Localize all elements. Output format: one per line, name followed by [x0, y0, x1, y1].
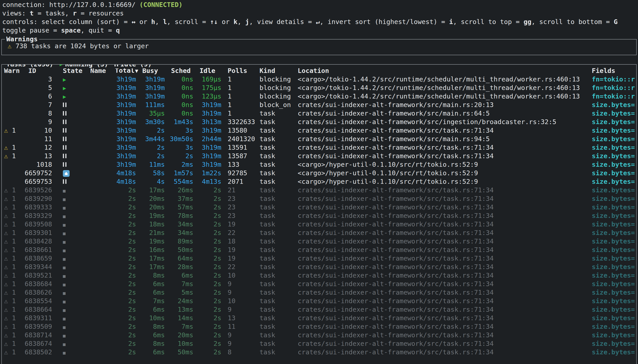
warn-cell: ⚠ 1	[2, 228, 24, 237]
task-row[interactable]: ⚠ 1123h19m2s3s3h19m13591taskcrates/sui-i…	[2, 143, 636, 152]
kind-cell: task	[257, 288, 295, 297]
fields-cell: size.bytes=	[589, 297, 636, 305]
busy-cell: 8ms	[140, 271, 168, 280]
total-cell: 3h19m	[112, 160, 140, 169]
column-header-location[interactable]: Location	[295, 66, 589, 75]
warning-icon: ⚠	[8, 42, 12, 50]
sched-cell: 0ns	[168, 84, 197, 92]
task-row[interactable]: ⚠ 16839333■2s20ms57ms2s23taskcrates/sui-…	[2, 203, 636, 212]
connection-status: (CONNECTED)	[140, 1, 182, 8]
warning-icon: ⚠	[4, 220, 8, 228]
task-row[interactable]: ⚠ 16838554■2s7ms24ms2s10taskcrates/sui-i…	[2, 297, 636, 305]
polls-cell: 23	[225, 203, 257, 212]
state-completed-icon: ■	[63, 256, 66, 262]
fields-cell: size.bytes=	[589, 314, 636, 322]
state-cell: ■	[56, 194, 88, 203]
task-row[interactable]: ⚠ 16838674■2s8ms10ms2s9taskcrates/sui-in…	[2, 339, 636, 348]
task-row[interactable]: ⚠ 16839290■2s20ms37ms2s23taskcrates/sui-…	[2, 194, 636, 203]
warn-cell: ⚠ 1	[2, 305, 24, 314]
column-header-sched[interactable]: Sched	[168, 66, 197, 75]
column-header-polls[interactable]: Polls	[225, 66, 257, 75]
column-header-fields[interactable]: Fields	[589, 66, 636, 75]
idle-cell: 2s	[197, 237, 225, 246]
polls-cell: 9	[225, 288, 257, 297]
task-row[interactable]: ⚠ 16839526■2s17ms26ms2s21taskcrates/sui-…	[2, 186, 636, 194]
id-cell: 3	[24, 75, 56, 84]
task-row[interactable]: ⚠ 16839508■2s18ms34ms2s19taskcrates/sui-…	[2, 220, 636, 228]
idle-cell: 2s	[197, 348, 225, 356]
state-completed-icon: ■	[63, 290, 66, 296]
warn-cell: ⚠ 1	[2, 280, 24, 288]
polls-cell: 19	[225, 254, 257, 262]
state-cell: ■	[56, 288, 88, 297]
kind-cell: task	[257, 135, 295, 143]
sched-cell: 89ms	[168, 237, 197, 246]
task-row[interactable]: ⚠ 1103h19m2s3s3h19m13580taskcrates/sui-i…	[2, 126, 636, 135]
fields-cell: size.bytes=	[589, 203, 636, 212]
task-row[interactable]: ⚠ 16839509■2s8ms7ms2s11taskcrates/sui-in…	[2, 322, 636, 331]
column-header-kind[interactable]: Kind	[257, 66, 295, 75]
task-row[interactable]: ⚠ 16838661■2s16ms50ms2s19taskcrates/sui-…	[2, 246, 636, 254]
task-row[interactable]: ⚠ 16839521■2s8ms6ms2s10taskcrates/sui-in…	[2, 271, 636, 280]
task-row[interactable]: ⚠ 16839344■2s17ms28ms2s22taskcrates/sui-…	[2, 262, 636, 271]
total-cell: 3h19m	[112, 126, 140, 135]
task-row[interactable]: 93h19m3m30s1m43s3h13m3322633taskcrates/s…	[2, 118, 636, 126]
task-row[interactable]: ⚠ 16838684■2s6ms7ms2s9taskcrates/sui-ind…	[2, 280, 636, 288]
warn-count: 1	[8, 280, 16, 288]
busy-cell: 2s	[140, 152, 168, 160]
total-cell: 2s	[112, 331, 140, 339]
state-cell: ▶	[56, 75, 88, 84]
task-row[interactable]: 66597534m18s4s554ms4m13s2071task<cargo>/…	[2, 177, 636, 186]
fields-cell: size.bytes=	[589, 331, 636, 339]
key-hint: i	[449, 18, 453, 26]
busy-cell: 35µs	[140, 109, 168, 118]
task-row[interactable]: ⚠ 16839311■2s10ms14ms2s13taskcrates/sui-…	[2, 314, 636, 322]
tasks-panel-title: Tasks (2056)	[5, 64, 55, 68]
task-row[interactable]: ⚠ 16838428■2s19ms89ms2s18taskcrates/sui-…	[2, 237, 636, 246]
polls-cell: 23	[225, 194, 257, 203]
state-cell	[56, 152, 88, 160]
location-cell: crates/sui-indexer-alt-framework/src/mai…	[295, 100, 589, 109]
polls-cell: 9	[225, 280, 257, 288]
task-row[interactable]: ⚠ 16838502■2s6ms50ms2s8taskcrates/sui-in…	[2, 348, 636, 356]
task-row[interactable]: 73h19m111ms0ns3h19m1block_oncrates/sui-i…	[2, 100, 636, 109]
total-cell: 2s	[112, 271, 140, 280]
warn-cell: ⚠ 1	[2, 262, 24, 271]
task-row[interactable]: ⚠ 16838626■2s6ms5ms2s9taskcrates/sui-ind…	[2, 288, 636, 297]
idle-cell: 169µs	[197, 75, 225, 84]
state-completed-icon: ■	[63, 239, 66, 244]
task-row[interactable]: 5▶3h19m3h19m0ns175µs1blocking<cargo>/tok…	[2, 84, 636, 92]
kind-cell: task	[257, 152, 295, 160]
state-cell: ■	[56, 220, 88, 228]
task-row[interactable]: 66597524m18s58s1m57s1m22s92785task<cargo…	[2, 169, 636, 177]
task-row[interactable]: ⚠ 16839301■2s21ms34ms2s22taskcrates/sui-…	[2, 228, 636, 237]
busy-cell: 8ms	[140, 322, 168, 331]
state-completed-icon: ■	[63, 196, 66, 202]
column-header-idle[interactable]: Idle	[197, 66, 225, 75]
fields-cell: size.bytes=	[589, 220, 636, 228]
text-segment: , scroll =	[167, 18, 210, 26]
idle-cell: 2s	[197, 271, 225, 280]
id-cell: 6839526	[24, 186, 56, 194]
task-row[interactable]: ⚠ 1133h19m2s2s3h19m13587taskcrates/sui-i…	[2, 152, 636, 160]
task-row[interactable]: 113h19m3m44s30m50s2h44m2401320taskcrates…	[2, 135, 636, 143]
total-cell: 3h19m	[112, 84, 140, 92]
busy-cell: 3m30s	[140, 118, 168, 126]
task-row[interactable]: 3▶3h19m3h19m0ns169µs1blocking<cargo>/tok…	[2, 75, 636, 84]
task-row[interactable]: 10183h19m11ms2ms3h19m133task<cargo>/hype…	[2, 160, 636, 169]
task-row[interactable]: 6▶3h19m3h19m0ns123µs1blocking<cargo>/tok…	[2, 92, 636, 100]
warn-cell: ⚠ 1	[2, 152, 24, 160]
task-row[interactable]: ⚠ 16838714■2s6ms20ms2s9taskcrates/sui-in…	[2, 331, 636, 339]
state-cell: ■	[56, 297, 88, 305]
idle-cell: 2s	[197, 262, 225, 271]
sched-cell: 5ms	[168, 288, 197, 297]
task-row[interactable]: ⚠ 16839329■2s19ms78ms2s23taskcrates/sui-…	[2, 212, 636, 220]
task-row[interactable]: ⚠ 16838664■2s6ms13ms2s9taskcrates/sui-in…	[2, 305, 636, 314]
location-cell: crates/sui-indexer-alt-framework/src/tas…	[295, 262, 589, 271]
task-row[interactable]: ⚠ 16838659■2s17ms64ms2s19taskcrates/sui-…	[2, 254, 636, 262]
id-cell: 13	[24, 152, 56, 160]
state-cell	[56, 169, 88, 177]
task-row[interactable]: 83h19m35µs0ns3h19m1taskcrates/sui-indexe…	[2, 109, 636, 118]
location-cell: <cargo>/hyper-util-0.1.10/src/rt/tokio.r…	[295, 177, 589, 186]
running-icon: ▶	[60, 64, 63, 67]
